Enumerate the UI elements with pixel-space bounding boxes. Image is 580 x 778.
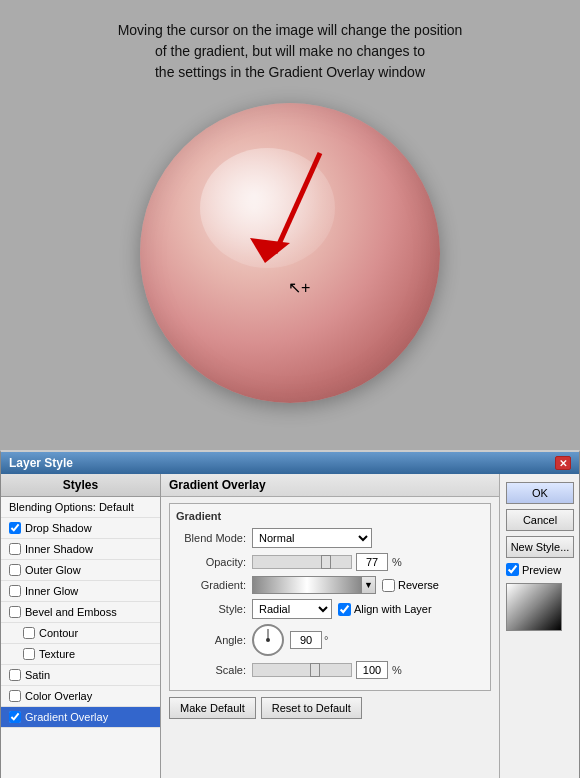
- inner-shadow-checkbox[interactable]: [9, 543, 21, 555]
- preview-area: Moving the cursor on the image will chan…: [0, 0, 580, 450]
- instruction-text: Moving the cursor on the image will chan…: [118, 20, 463, 83]
- color-overlay-checkbox[interactable]: [9, 690, 21, 702]
- style-item-outer-glow[interactable]: Outer Glow: [1, 560, 160, 581]
- inner-glow-checkbox[interactable]: [9, 585, 21, 597]
- reset-default-button[interactable]: Reset to Default: [261, 697, 362, 719]
- dialog-titlebar: Layer Style ✕: [1, 452, 579, 474]
- style-item-contour[interactable]: Contour: [1, 623, 160, 644]
- angle-dial[interactable]: [252, 624, 284, 656]
- dialog-title: Layer Style: [9, 456, 73, 470]
- bottom-buttons: Make Default Reset to Default: [169, 697, 491, 719]
- angle-value-input[interactable]: [290, 631, 322, 649]
- style-label: Style:: [176, 603, 246, 615]
- opacity-slider[interactable]: [252, 555, 352, 569]
- style-select[interactable]: Linear Radial Angle Reflected Diamond: [252, 599, 332, 619]
- opacity-percent: %: [392, 556, 402, 568]
- style-item-blending[interactable]: Blending Options: Default: [1, 497, 160, 518]
- buttons-panel: OK Cancel New Style... Preview: [499, 474, 579, 778]
- opacity-label: Opacity:: [176, 556, 246, 568]
- opacity-slider-container: %: [252, 553, 402, 571]
- scale-slider[interactable]: [252, 663, 352, 677]
- preview-checkbox[interactable]: [506, 563, 519, 576]
- blend-mode-row: Blend Mode: Normal Dissolve Multiply Scr…: [176, 528, 484, 548]
- style-item-color-overlay[interactable]: Color Overlay: [1, 686, 160, 707]
- gradient-dropdown-btn[interactable]: ▼: [362, 576, 376, 594]
- satin-checkbox[interactable]: [9, 669, 21, 681]
- style-item-gradient-overlay[interactable]: Gradient Overlay: [1, 707, 160, 728]
- style-item-inner-glow[interactable]: Inner Glow: [1, 581, 160, 602]
- make-default-button[interactable]: Make Default: [169, 697, 256, 719]
- scale-label: Scale:: [176, 664, 246, 676]
- dial-center: [266, 638, 270, 642]
- outer-glow-checkbox[interactable]: [9, 564, 21, 576]
- scale-percent: %: [392, 664, 402, 676]
- align-layer-checkbox[interactable]: [338, 603, 351, 616]
- gradient-section-title: Gradient: [176, 510, 484, 522]
- close-button[interactable]: ✕: [555, 456, 571, 470]
- style-item-texture[interactable]: Texture: [1, 644, 160, 665]
- gradient-picker-row: Gradient: ▼ Reverse: [176, 576, 484, 594]
- drop-shadow-checkbox[interactable]: [9, 522, 21, 534]
- scale-row: Scale: %: [176, 661, 484, 679]
- new-style-button[interactable]: New Style...: [506, 536, 574, 558]
- angle-degree-symbol: °: [324, 634, 328, 646]
- opacity-value-input[interactable]: [356, 553, 388, 571]
- ok-button[interactable]: OK: [506, 482, 574, 504]
- style-item-inner-shadow[interactable]: Inner Shadow: [1, 539, 160, 560]
- sphere-preview: [140, 103, 440, 403]
- opacity-row: Opacity: %: [176, 553, 484, 571]
- styles-panel: Styles Blending Options: Default Drop Sh…: [1, 474, 161, 778]
- scale-value-input[interactable]: [356, 661, 388, 679]
- align-layer-label: Align with Layer: [338, 603, 432, 616]
- sphere-container: ↖+: [140, 103, 440, 403]
- gradient-picker-label: Gradient:: [176, 579, 246, 591]
- contour-checkbox[interactable]: [23, 627, 35, 639]
- gradient-preview[interactable]: [252, 576, 362, 594]
- style-item-satin[interactable]: Satin: [1, 665, 160, 686]
- gradient-overlay-checkbox[interactable]: [9, 711, 21, 723]
- style-item-drop-shadow[interactable]: Drop Shadow: [1, 518, 160, 539]
- texture-checkbox[interactable]: [23, 648, 35, 660]
- style-row: Style: Linear Radial Angle Reflected Dia…: [176, 599, 484, 619]
- angle-label: Angle:: [176, 634, 246, 646]
- gradient-overlay-title: Gradient Overlay: [161, 474, 499, 497]
- bevel-emboss-checkbox[interactable]: [9, 606, 21, 618]
- styles-header: Styles: [1, 474, 160, 497]
- style-item-bevel-emboss[interactable]: Bevel and Emboss: [1, 602, 160, 623]
- gradient-section: Gradient Blend Mode: Normal Dissolve Mul…: [169, 503, 491, 691]
- layer-style-dialog: Layer Style ✕ Styles Blending Options: D…: [0, 450, 580, 778]
- angle-row: Angle: °: [176, 624, 484, 656]
- scale-slider-container: %: [252, 661, 402, 679]
- dialog-body: Styles Blending Options: Default Drop Sh…: [1, 474, 579, 778]
- preview-label: Preview: [522, 564, 561, 576]
- preview-check-row: Preview: [506, 563, 573, 576]
- cursor-indicator: ↖+: [288, 278, 310, 297]
- reverse-label: Reverse: [382, 579, 439, 592]
- options-panel: Gradient Overlay Gradient Blend Mode: No…: [161, 474, 499, 778]
- cancel-button[interactable]: Cancel: [506, 509, 574, 531]
- blend-mode-label: Blend Mode:: [176, 532, 246, 544]
- preview-thumbnail: [506, 583, 562, 631]
- blend-mode-select[interactable]: Normal Dissolve Multiply Screen Overlay: [252, 528, 372, 548]
- reverse-checkbox[interactable]: [382, 579, 395, 592]
